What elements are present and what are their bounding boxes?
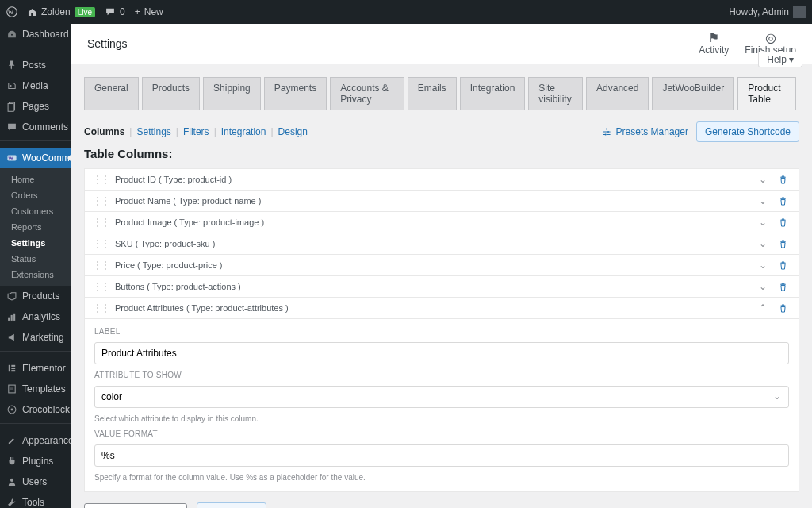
sidebar-item-label: Analytics [22, 311, 60, 322]
tab-site-visibility[interactable]: Site visibility [528, 77, 583, 110]
sidebar-item-media[interactable]: Media [0, 75, 71, 96]
tab-integration[interactable]: Integration [460, 77, 526, 110]
delete-column-button[interactable] [776, 239, 791, 249]
svg-rect-4 [8, 104, 13, 112]
field-description: Specify a format for the column value. U… [94, 473, 789, 482]
sidebar-sub-status[interactable]: Status [0, 251, 71, 267]
sidebar-item-label: WooCommerce [22, 152, 71, 164]
sidebar-item-products[interactable]: Products [0, 286, 71, 306]
sidebar-sub-customers[interactable]: Customers [0, 203, 71, 219]
sidebar-item-label: Crocoblock [22, 404, 70, 415]
sidebar-item-tools[interactable]: Tools [0, 492, 71, 508]
chevron-down-icon[interactable]: ⌄ [756, 281, 769, 292]
chevron-down-icon[interactable]: ⌄ [756, 217, 769, 228]
sidebar-item-analytics[interactable]: Analytics [0, 306, 71, 327]
flag-icon: ⚑ [708, 32, 719, 44]
sub-nav: Columns | Settings | Filters | Integrati… [84, 126, 308, 137]
sidebar-item-pages[interactable]: Pages [0, 96, 71, 117]
delete-column-button[interactable] [776, 175, 791, 185]
sidebar-item-crocoblock[interactable]: Crocoblock [0, 399, 71, 420]
sidebar-sub-home[interactable]: Home [0, 171, 71, 187]
tab-emails[interactable]: Emails [408, 77, 457, 110]
tab-products[interactable]: Products [142, 77, 200, 110]
sidebar-item-elementor[interactable]: Elementor [0, 358, 71, 379]
wp-admin-bar: Zolden Live 0 + New Howdy, Admin [0, 0, 812, 24]
delete-column-button[interactable] [776, 282, 791, 292]
trash-icon [778, 282, 788, 292]
sidebar-item-plugins[interactable]: Plugins [0, 451, 71, 471]
add-column-type-select[interactable]: Product Attributes [84, 503, 187, 508]
tab-shipping[interactable]: Shipping [203, 77, 261, 110]
tab-jetwoobuilder[interactable]: JetWooBuilder [652, 77, 734, 110]
sidebar-item-label: Elementor [22, 363, 66, 374]
tab-payments[interactable]: Payments [264, 77, 327, 110]
sidebar-sub-orders[interactable]: Orders [0, 187, 71, 203]
chevron-down-icon[interactable]: ⌄ [756, 195, 769, 206]
sidebar-sub-extensions[interactable]: Extensions [0, 267, 71, 283]
subnav-integration[interactable]: Integration [221, 126, 266, 137]
drag-handle-icon[interactable]: ⋮⋮ [93, 238, 109, 249]
drag-handle-icon[interactable]: ⋮⋮ [93, 281, 109, 292]
site-link[interactable]: Zolden Live [27, 6, 95, 17]
sidebar-item-comments[interactable]: Comments [0, 117, 71, 137]
value-format-input[interactable] [94, 444, 789, 467]
delete-column-button[interactable] [776, 196, 791, 206]
field-label: LABEL [94, 327, 789, 336]
svg-rect-12 [11, 370, 15, 371]
comments-link[interactable]: 0 [105, 6, 125, 17]
column-label-input[interactable] [94, 342, 789, 364]
svg-point-26 [604, 133, 606, 135]
chevron-down-icon[interactable]: ⌄ [756, 174, 769, 185]
drag-handle-icon[interactable]: ⋮⋮ [93, 302, 109, 314]
column-title: Buttons ( Type: product-actions ) [115, 282, 750, 291]
sidebar-sub-reports[interactable]: Reports [0, 219, 71, 235]
activity-button[interactable]: ⚑ Activity [699, 32, 729, 56]
sidebar-item-marketing[interactable]: Marketing [0, 327, 71, 348]
svg-rect-10 [11, 365, 15, 367]
delete-column-button[interactable] [776, 260, 791, 271]
sidebar-sub-settings[interactable]: Settings [0, 235, 71, 251]
tab-accounts-privacy[interactable]: Accounts & Privacy [330, 77, 404, 110]
sidebar-item-dashboard[interactable]: Dashboard [0, 24, 71, 44]
delete-column-button[interactable] [776, 217, 791, 228]
tab-general[interactable]: General [84, 77, 139, 110]
drag-handle-icon[interactable]: ⋮⋮ [93, 195, 109, 206]
sidebar-item-posts[interactable]: Posts [0, 55, 71, 75]
column-title: Product ID ( Type: product-id ) [115, 175, 750, 184]
add-column-button[interactable]: Add Column [197, 502, 266, 508]
tab-advanced[interactable]: Advanced [586, 77, 649, 110]
help-tab[interactable]: Help ▾ [758, 52, 802, 67]
column-title: Price ( Type: product-price ) [115, 260, 750, 270]
page-header: Settings ⚑ Activity ◎ Finish setup [71, 24, 812, 64]
table-columns-list: ⋮⋮Product ID ( Type: product-id )⌄⋮⋮Prod… [84, 168, 799, 491]
sidebar-item-label: Pages [22, 101, 49, 112]
tab-product-table[interactable]: Product Table [737, 77, 796, 110]
drag-handle-icon[interactable]: ⋮⋮ [93, 260, 109, 271]
trash-icon [778, 196, 788, 206]
generate-shortcode-button[interactable]: Generate Shortcode [696, 121, 799, 142]
presets-manager-link[interactable]: Presets Manager [601, 126, 688, 137]
drag-handle-icon[interactable]: ⋮⋮ [93, 217, 109, 228]
drag-handle-icon[interactable]: ⋮⋮ [93, 174, 109, 185]
new-link[interactable]: + New [135, 6, 163, 17]
analytics-icon [6, 311, 17, 322]
field-label: VALUE FORMAT [94, 429, 789, 438]
sidebar-item-users[interactable]: Users [0, 471, 71, 492]
subnav-design[interactable]: Design [278, 126, 308, 137]
sidebar-item-woocommerce[interactable]: WooCommerce [0, 148, 71, 168]
sidebar-item-appearance[interactable]: Appearance [0, 430, 71, 451]
svg-rect-8 [13, 314, 15, 321]
subnav-settings[interactable]: Settings [136, 126, 170, 137]
chevron-up-icon[interactable]: ⌃ [756, 302, 769, 314]
pin-icon [6, 60, 17, 71]
attribute-select[interactable]: color [94, 386, 789, 408]
elementor-icon [6, 363, 17, 374]
delete-column-button[interactable] [776, 303, 791, 314]
chevron-down-icon[interactable]: ⌄ [756, 238, 769, 249]
sidebar-item-templates[interactable]: Templates [0, 379, 71, 399]
chevron-down-icon[interactable]: ⌄ [756, 260, 769, 271]
howdy-user[interactable]: Howdy, Admin [729, 6, 806, 18]
wp-logo[interactable] [6, 6, 17, 17]
subnav-columns[interactable]: Columns [84, 126, 124, 137]
subnav-filters[interactable]: Filters [183, 126, 209, 137]
